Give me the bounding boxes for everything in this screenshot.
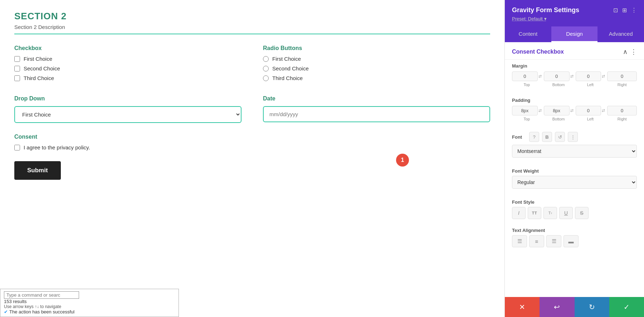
- submit-button[interactable]: Submit: [14, 161, 61, 180]
- command-bar-results: 153 results: [4, 299, 175, 304]
- checkbox-label: Checkbox: [14, 45, 241, 51]
- panel-title: Gravity Form Settings: [512, 6, 579, 14]
- margin-bottom-input[interactable]: [544, 71, 570, 81]
- margin-right-input[interactable]: [607, 71, 637, 81]
- text-align-center-btn[interactable]: ≡: [529, 235, 544, 247]
- font-row: Font ? B ↺ ⋮: [512, 132, 637, 142]
- command-bar: 153 results Use arrow keys ↑↓ to navigat…: [0, 289, 179, 317]
- padding-left-input[interactable]: [576, 106, 601, 115]
- consent-label: Consent: [14, 134, 490, 140]
- font-style-italic-btn[interactable]: I: [512, 207, 526, 219]
- font-weight-label: Font Weight: [512, 168, 637, 174]
- radio-input-2[interactable]: [263, 66, 269, 71]
- padding-right-wrap: [607, 106, 637, 115]
- margin-label: Margin: [512, 63, 637, 69]
- font-select[interactable]: Montserrat Arial Roboto: [512, 145, 637, 158]
- checkbox-choice-3: Third Choice: [24, 75, 54, 81]
- checkbox-input-3[interactable]: [14, 75, 20, 81]
- panel-expand-icon[interactable]: ⊡: [613, 7, 618, 14]
- margin-bottom-link-icon[interactable]: ⇄: [570, 74, 574, 79]
- consent-checkbox-item[interactable]: I agree to the privacy policy.: [14, 144, 490, 150]
- consent-checkbox-title: Consent Checkbox: [512, 49, 564, 55]
- text-align-left-btn[interactable]: ☰: [512, 235, 527, 247]
- redo-button[interactable]: ↻: [575, 297, 609, 317]
- checkbox-item-1[interactable]: First Choice: [14, 56, 241, 62]
- padding-left-link-icon[interactable]: ⇄: [602, 108, 605, 113]
- collapse-icon[interactable]: ∧: [623, 48, 628, 56]
- font-style-field: Font Style I TT Tт U S: [505, 196, 644, 228]
- date-input[interactable]: [263, 106, 490, 122]
- padding-top-link-icon[interactable]: ⇄: [538, 108, 542, 113]
- text-align-row: ☰ ≡ ☰ ▬: [505, 235, 644, 252]
- radio-label: Radio Buttons: [263, 45, 490, 51]
- form-row-checkbox-radio: Checkbox First Choice Second Choice Thir…: [14, 45, 490, 85]
- checkbox-input-2[interactable]: [14, 66, 20, 71]
- margin-left-link-icon[interactable]: ⇄: [602, 74, 605, 79]
- panel-columns-icon[interactable]: ⊞: [622, 7, 627, 14]
- section-more-icon[interactable]: ⋮: [630, 48, 637, 56]
- font-style-strikethrough-btn[interactable]: S: [575, 207, 589, 219]
- radio-item-3[interactable]: Third Choice: [263, 75, 490, 81]
- tab-content[interactable]: Content: [505, 26, 551, 42]
- checkbox-choice-2: Second Choice: [24, 65, 60, 71]
- radio-item-1[interactable]: First Choice: [263, 56, 490, 62]
- margin-top-input[interactable]: [512, 71, 538, 81]
- panel-header-top: Gravity Form Settings ⊡ ⊞ ⋮: [512, 6, 637, 14]
- padding-left-label: Left: [576, 117, 605, 121]
- margin-labels: Top Bottom Left Right: [512, 83, 637, 87]
- padding-left-wrap: ⇄: [576, 106, 605, 115]
- confirm-icon: ✓: [624, 303, 630, 311]
- font-bold-icon[interactable]: B: [542, 132, 552, 142]
- padding-top-input[interactable]: [512, 106, 538, 115]
- margin-left-label: Left: [576, 83, 605, 87]
- margin-right-label: Right: [607, 83, 637, 87]
- dropdown-select[interactable]: First Choice Second Choice Third Choice: [14, 106, 241, 123]
- checkbox-item-2[interactable]: Second Choice: [14, 65, 241, 71]
- panel-more-icon[interactable]: ⋮: [631, 7, 637, 14]
- margin-top-link-icon[interactable]: ⇄: [538, 74, 542, 79]
- success-text: The action has been successful: [9, 309, 74, 314]
- padding-bottom-wrap: ⇄: [544, 106, 574, 115]
- font-style-uppercase-btn[interactable]: TT: [528, 207, 541, 219]
- padding-inputs: ⇄ ⇄ ⇄: [512, 106, 637, 115]
- margin-right-wrap: [607, 71, 637, 81]
- padding-bottom-link-icon[interactable]: ⇄: [570, 108, 574, 113]
- text-align-justify-btn[interactable]: ▬: [564, 235, 579, 247]
- undo-button[interactable]: ↩: [540, 297, 574, 317]
- radio-input-1[interactable]: [263, 56, 269, 62]
- checkbox-input-1[interactable]: [14, 56, 20, 62]
- margin-left-input[interactable]: [576, 71, 601, 81]
- consent-checkbox-input[interactable]: [14, 145, 20, 150]
- font-style-capitalize-btn[interactable]: Tт: [543, 207, 557, 219]
- tab-advanced[interactable]: Advanced: [597, 26, 644, 42]
- radio-input-3[interactable]: [263, 75, 269, 81]
- font-help-icon[interactable]: ?: [529, 132, 539, 142]
- margin-bottom-wrap: ⇄: [544, 71, 574, 81]
- font-weight-select[interactable]: Regular Bold Light: [512, 176, 637, 189]
- font-style-underline-btn[interactable]: U: [559, 207, 573, 219]
- redo-icon: ↻: [589, 303, 595, 311]
- cancel-button[interactable]: ✕: [505, 297, 540, 317]
- date-field: Date: [263, 95, 490, 123]
- date-label: Date: [263, 95, 490, 102]
- text-alignment-label: Text Alignment: [505, 228, 644, 233]
- font-undo-icon[interactable]: ↺: [555, 132, 565, 142]
- command-search-input[interactable]: [4, 291, 79, 299]
- margin-top-label: Top: [512, 83, 542, 87]
- panel-tabs: Content Design Advanced: [505, 26, 644, 42]
- padding-bottom-input[interactable]: [544, 106, 570, 115]
- padding-bottom-label: Bottom: [544, 117, 574, 121]
- font-more-icon[interactable]: ⋮: [568, 132, 578, 142]
- text-align-right-btn[interactable]: ☰: [546, 235, 561, 247]
- radio-choice-3: Third Choice: [272, 75, 303, 81]
- radio-item-2[interactable]: Second Choice: [263, 65, 490, 71]
- padding-top-wrap: ⇄: [512, 106, 542, 115]
- margin-top-wrap: ⇄: [512, 71, 542, 81]
- consent-checkbox-section-header: Consent Checkbox ∧ ⋮: [505, 42, 644, 60]
- checkbox-item-3[interactable]: Third Choice: [14, 75, 241, 81]
- confirm-button[interactable]: ✓: [609, 297, 644, 317]
- panel-preset[interactable]: Preset: Default ▾: [512, 16, 637, 21]
- padding-right-input[interactable]: [607, 106, 637, 115]
- tab-design[interactable]: Design: [551, 26, 598, 42]
- main-content: SECTION 2 Section 2 Description Checkbox…: [0, 0, 504, 317]
